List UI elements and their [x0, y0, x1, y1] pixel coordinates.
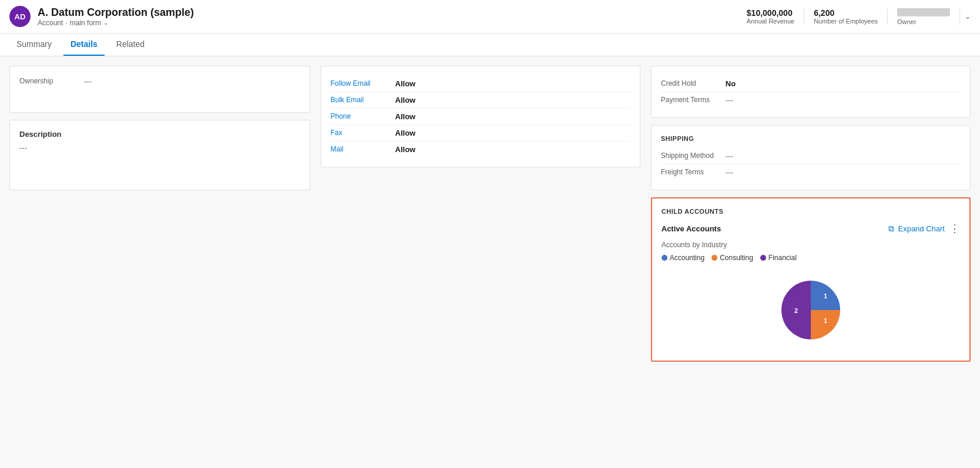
child-accounts-title: CHILD ACCOUNTS [662, 208, 724, 215]
expand-chart-icon: ⧉ [888, 224, 894, 234]
annual-revenue-value: $10,000,000 [747, 8, 794, 18]
shipping-label-1: Freight Terms [661, 168, 726, 176]
employees-value: 6,200 [814, 8, 878, 18]
right-column: Credit Hold No Payment Terms --- SHIPPIN… [644, 66, 971, 458]
ownership-card: Ownership --- [9, 66, 310, 113]
owner-value [897, 8, 950, 16]
shipping-fields: Shipping Method --- Freight Terms --- [661, 148, 961, 180]
annual-revenue-label: Annual Revenue [747, 18, 794, 25]
field-value-3: Allow [395, 129, 416, 137]
ownership-row: Ownership --- [19, 73, 300, 89]
description-title: Description [19, 130, 300, 139]
ownership-label: Ownership [19, 77, 84, 85]
header-chevron-icon[interactable]: ⌄ [965, 12, 971, 21]
field-label-0: Follow Email [331, 79, 395, 87]
billing-value-1: --- [726, 96, 733, 105]
legend-item-consulting: Consulting [711, 254, 753, 262]
chart-subtitle: Accounts by Industry [662, 241, 960, 249]
contact-field-row: Mail Allow [331, 142, 630, 157]
form-name: main form [70, 19, 101, 27]
field-label-2: Phone [331, 112, 395, 120]
description-card: Description --- [9, 120, 310, 190]
tab-summary[interactable]: Summary [9, 33, 59, 56]
legend-item-financial: Financial [760, 254, 797, 262]
tab-related[interactable]: Related [109, 33, 152, 56]
left-column: Ownership --- Description --- [9, 66, 317, 458]
employees-label: Number of Employees [814, 18, 878, 25]
contact-fields: Follow Email Allow Bulk Email Allow Phon… [331, 76, 630, 157]
app-header: AD A. Datum Corporation (sample) Account… [0, 0, 980, 33]
pie-label-accounting: 1 [824, 292, 827, 299]
middle-column: Follow Email Allow Bulk Email Allow Phon… [317, 66, 644, 458]
pie-chart-container: 1 1 2 [662, 269, 960, 351]
billing-label-0: Credit Hold [661, 79, 726, 87]
field-value-2: Allow [395, 112, 416, 121]
shipping-card: SHIPPING Shipping Method --- Freight Ter… [651, 125, 971, 190]
contact-field-row: Follow Email Allow [331, 76, 630, 92]
active-accounts-row: Active Accounts ⧉ Expand Chart ⋮ [662, 222, 960, 235]
shipping-value-0: --- [726, 151, 733, 160]
form-chevron-icon[interactable]: ⌄ [103, 19, 108, 26]
shipping-label-0: Shipping Method [661, 151, 726, 160]
pie-slice-consulting [811, 310, 840, 339]
billing-field-row: Payment Terms --- [661, 92, 961, 108]
billing-value-0: No [726, 79, 736, 88]
subtitle-dot: · [65, 19, 67, 27]
legend-dot-1 [711, 255, 717, 261]
field-label-1: Bulk Email [331, 96, 395, 104]
ownership-value: --- [84, 77, 92, 86]
legend-dot-0 [662, 255, 667, 261]
field-value-0: Allow [395, 79, 416, 88]
shipping-field-row: Freight Terms --- [661, 164, 961, 180]
pie-label-financial: 2 [794, 307, 798, 314]
pie-label-consulting: 1 [824, 317, 827, 324]
owner-stat: Owner [888, 8, 960, 25]
contact-field-row: Phone Allow [331, 109, 630, 125]
contact-preferences-card: Follow Email Allow Bulk Email Allow Phon… [321, 66, 640, 167]
field-label-4: Mail [331, 145, 395, 153]
description-value: --- [19, 143, 300, 152]
field-value-1: Allow [395, 96, 416, 105]
billing-fields: Credit Hold No Payment Terms --- [661, 76, 961, 108]
chart-actions: ⧉ Expand Chart ⋮ [888, 222, 960, 235]
pie-chart: 1 1 2 [776, 275, 846, 345]
employees-stat: 6,200 Number of Employees [804, 8, 888, 25]
shipping-value-1: --- [726, 168, 733, 177]
shipping-title: SHIPPING [661, 135, 961, 142]
legend-item-accounting: Accounting [662, 254, 704, 262]
header-stats: $10,000,000 Annual Revenue 6,200 Number … [737, 8, 971, 25]
active-accounts-label: Active Accounts [662, 224, 721, 233]
child-accounts-card: CHILD ACCOUNTS Active Accounts ⧉ Expand … [651, 197, 971, 362]
contact-field-row: Fax Allow [331, 125, 630, 142]
legend-label-0: Accounting [670, 254, 704, 262]
expand-chart-button[interactable]: ⧉ Expand Chart [888, 224, 945, 234]
billing-label-1: Payment Terms [661, 96, 726, 104]
annual-revenue-stat: $10,000,000 Annual Revenue [737, 8, 804, 25]
more-options-icon[interactable]: ⋮ [949, 222, 960, 235]
owner-label: Owner [897, 18, 950, 25]
shipping-field-row: Shipping Method --- [661, 148, 961, 164]
main-content: Ownership --- Description --- Follow Ema… [0, 56, 980, 467]
account-type: Account [38, 19, 63, 27]
chart-legend: Accounting Consulting Financial [662, 254, 960, 262]
account-subtitle: Account · main form ⌄ [38, 19, 737, 27]
tab-details[interactable]: Details [63, 33, 105, 56]
legend-label-1: Consulting [720, 254, 753, 262]
legend-dot-2 [760, 255, 766, 261]
tabs-nav: Summary Details Related [0, 33, 980, 56]
contact-field-row: Bulk Email Allow [331, 92, 630, 109]
header-title-block: A. Datum Corporation (sample) Account · … [38, 6, 737, 27]
account-name: A. Datum Corporation (sample) [38, 6, 737, 19]
billing-card: Credit Hold No Payment Terms --- [651, 66, 971, 118]
legend-label-2: Financial [768, 254, 797, 262]
expand-chart-label: Expand Chart [898, 224, 945, 233]
avatar: AD [9, 6, 31, 27]
child-accounts-header: CHILD ACCOUNTS [662, 208, 960, 215]
field-value-4: Allow [395, 145, 416, 154]
billing-field-row: Credit Hold No [661, 76, 961, 92]
field-label-3: Fax [331, 129, 395, 137]
